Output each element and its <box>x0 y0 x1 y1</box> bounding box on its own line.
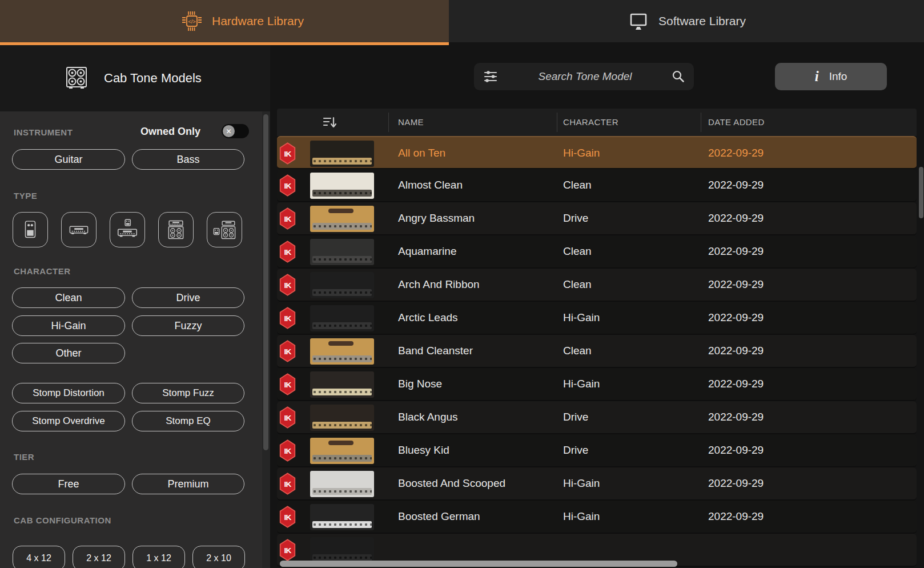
amp-thumbnail <box>310 371 374 398</box>
filter-panel: INSTRUMENT Owned Only ✕ Guitar Bass TYPE <box>0 111 270 568</box>
svg-text:IK: IK <box>284 215 292 223</box>
filter-button-drive[interactable]: Drive <box>132 287 244 308</box>
owned-only-label: Owned Only <box>140 126 200 138</box>
ik-multimedia-badge: IK <box>279 240 296 263</box>
stomp-pedal-icon <box>18 217 43 242</box>
table-row[interactable]: IK Boosted And Scooped Hi-Gain 2022-09-2… <box>277 467 917 501</box>
row-name: Boosted German <box>398 501 480 533</box>
column-header-date-added[interactable]: DATE ADDED <box>708 117 765 127</box>
row-date: 2022-09-29 <box>708 235 764 267</box>
tab-hardware-library[interactable]: </> Hardware Library <box>0 0 449 45</box>
table-row[interactable]: IK Bluesy Kid Drive 2022-09-29 <box>277 434 917 467</box>
sidebar-title: Cab Tone Models <box>104 71 202 86</box>
amp-thumbnail <box>310 471 374 497</box>
ik-multimedia-badge: IK <box>279 505 296 529</box>
row-date: 2022-09-29 <box>708 335 764 367</box>
row-name: Boosted And Scooped <box>398 467 505 499</box>
filter-button-2x12[interactable]: 2 x 12 <box>73 546 125 568</box>
row-character: Clean <box>563 269 592 301</box>
column-divider <box>388 113 389 132</box>
table-vertical-scrollbar[interactable] <box>919 167 923 218</box>
table-row[interactable]: IK Arctic Leads Hi-Gain 2022-09-29 <box>277 302 917 335</box>
table-row[interactable]: IK All on Ten Hi-Gain 2022-09-29 <box>277 136 917 169</box>
amp-thumbnail <box>310 173 374 199</box>
tonex-library-window: </> Hardware Library Software Library <box>0 0 924 568</box>
row-character: Hi-Gain <box>563 137 600 169</box>
search-icon[interactable] <box>671 69 686 84</box>
tone-model-list-panel: i Info NAME CHARACTER DATE ADDED <box>270 45 924 568</box>
search-bar <box>474 63 694 90</box>
filter-sidebar: Cab Tone Models INSTRUMENT Owned Only ✕ … <box>0 45 270 568</box>
column-divider <box>701 113 701 132</box>
ik-multimedia-badge: IK <box>279 339 296 363</box>
type-filter-amp-cab-stack[interactable] <box>158 212 194 247</box>
filter-button-guitar[interactable]: Guitar <box>12 149 125 170</box>
column-divider <box>557 113 557 132</box>
row-name: Big Nose <box>398 368 442 400</box>
row-date: 2022-09-29 <box>708 169 764 201</box>
svg-text:IK: IK <box>284 546 292 555</box>
amp-thumbnail-panel <box>312 158 372 165</box>
table-row[interactable]: IK Big Nose Hi-Gain 2022-09-29 <box>277 368 917 401</box>
filter-button-other[interactable]: Other <box>12 343 125 363</box>
filter-button-premium[interactable]: Premium <box>132 474 244 494</box>
row-character: Drive <box>563 434 588 466</box>
filter-button-clean[interactable]: Clean <box>12 287 125 308</box>
filter-button-1x12[interactable]: 1 x 12 <box>132 546 185 568</box>
filter-button-stomp-overdrive[interactable]: Stomp Overdrive <box>12 411 125 431</box>
table-row[interactable]: IK Aquamarine Clean 2022-09-29 <box>277 235 917 269</box>
filter-button-stomp-distortion[interactable]: Stomp Distortion <box>12 383 125 403</box>
sidebar-scrollbar[interactable] <box>263 114 268 450</box>
svg-text:IK: IK <box>284 513 292 522</box>
type-filter-stomp-amp[interactable] <box>110 212 145 247</box>
amp-thumbnail-panel <box>312 322 372 329</box>
sort-icon[interactable] <box>322 115 339 130</box>
table-row[interactable]: IK Almost Clean Clean 2022-09-29 <box>277 169 917 202</box>
monitor-icon <box>627 10 650 33</box>
amp-thumbnail <box>310 537 374 563</box>
cab-configuration-section-label: CAB CONFIGURATION <box>14 515 111 525</box>
row-character: Drive <box>563 401 588 433</box>
type-filter-stomp[interactable] <box>13 212 48 247</box>
owned-only-toggle[interactable]: ✕ <box>222 124 249 138</box>
filter-button-hi-gain[interactable]: Hi-Gain <box>12 315 125 336</box>
filter-button-2x10[interactable]: 2 x 10 <box>192 546 245 568</box>
filter-button-bass[interactable]: Bass <box>132 149 244 170</box>
type-filter-full-rig[interactable] <box>207 212 242 247</box>
table-row[interactable]: IK Band Cleanster Clean 2022-09-29 <box>277 335 917 368</box>
toggle-x-icon: ✕ <box>223 125 235 137</box>
row-date: 2022-09-29 <box>708 137 764 169</box>
filter-button-free[interactable]: Free <box>12 474 125 494</box>
advanced-filter-icon[interactable] <box>482 68 499 85</box>
instrument-section-label: INSTRUMENT <box>14 127 73 137</box>
table-row[interactable]: IK Black Angus Drive 2022-09-29 <box>277 401 917 434</box>
filter-button-fuzzy[interactable]: Fuzzy <box>132 315 244 336</box>
table-rows: IK All on Ten Hi-Gain 2022-09-29 IK <box>277 136 917 568</box>
svg-text:IK: IK <box>284 381 292 389</box>
table-row[interactable]: IK Arch And Ribbon Clean 2022-09-29 <box>277 269 917 302</box>
svg-text:IK: IK <box>284 314 292 323</box>
amp-thumbnail <box>310 305 374 331</box>
svg-text:IK: IK <box>284 150 292 158</box>
column-header-character[interactable]: CHARACTER <box>563 117 618 127</box>
tab-software-library[interactable]: Software Library <box>449 0 924 42</box>
filter-button-4x12[interactable]: 4 x 12 <box>13 546 65 568</box>
table-row[interactable]: IK Angry Bassman Drive 2022-09-29 <box>277 202 917 235</box>
ik-multimedia-badge: IK <box>279 142 296 165</box>
search-input[interactable] <box>499 70 671 83</box>
column-header-name[interactable]: NAME <box>398 117 424 127</box>
table-row[interactable]: IK Boosted German Hi-Gain 2022-09-29 <box>277 501 917 534</box>
type-filter-amp-head[interactable] <box>61 212 97 247</box>
row-name: Arctic Leads <box>398 302 458 334</box>
info-button[interactable]: i Info <box>775 63 887 90</box>
horizontal-scrollbar[interactable] <box>280 561 677 567</box>
filter-button-stomp-eq[interactable]: Stomp EQ <box>132 411 244 431</box>
row-name: Black Angus <box>398 401 458 433</box>
amp-thumbnail-panel <box>312 422 372 429</box>
ik-multimedia-badge: IK <box>279 373 296 396</box>
amp-thumbnail-panel <box>312 355 372 362</box>
ik-multimedia-badge: IK <box>279 439 296 462</box>
filter-button-stomp-fuzz[interactable]: Stomp Fuzz <box>132 383 244 403</box>
row-name: Band Cleanster <box>398 335 473 367</box>
info-icon: i <box>815 69 819 85</box>
